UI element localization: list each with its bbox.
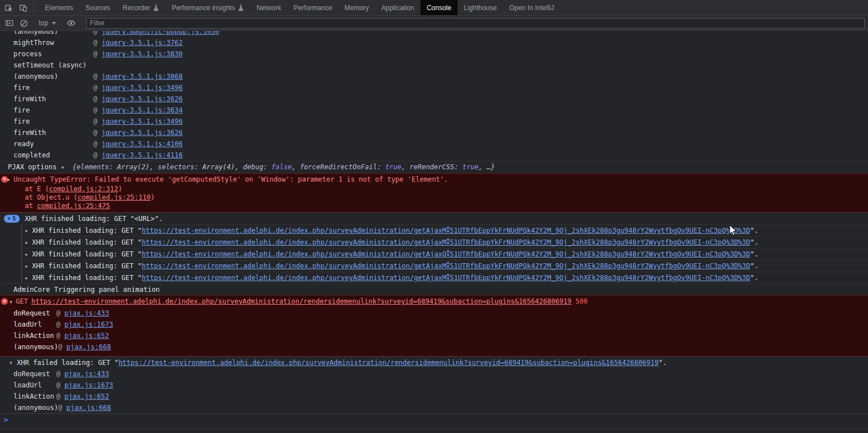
stack-frame-function: (anonymous) bbox=[13, 341, 58, 353]
preview-token: debug bbox=[243, 163, 263, 171]
source-link[interactable]: pjax.js:668 bbox=[66, 404, 111, 412]
source-link[interactable]: jquery-3.5.1.js:3830 bbox=[101, 50, 183, 58]
console-filter-input[interactable] bbox=[86, 18, 865, 29]
xhr-url-link[interactable]: https://test-environment.adelphi.de/inde… bbox=[142, 238, 750, 246]
log-text: XHR finished loading: GET " bbox=[32, 250, 142, 258]
source-link[interactable]: pjax.js:668 bbox=[66, 343, 111, 351]
console-error-get-500: ▼ GEThttps://test-environment.adelphi.de… bbox=[0, 295, 868, 357]
devtools-tab[interactable]: Performance bbox=[287, 0, 338, 15]
tab-label: Recorder bbox=[123, 4, 150, 12]
devtools-tab[interactable]: Elements bbox=[39, 0, 79, 15]
stack-frame: setTimeout (async) bbox=[0, 60, 868, 71]
expand-icon[interactable]: ▶ bbox=[25, 249, 28, 260]
source-link[interactable]: pjax.js:652 bbox=[64, 332, 108, 340]
stack-frame-location: @ jquery-3.5.1.js:3762 bbox=[93, 39, 183, 47]
console-sidebar-toggle-button[interactable] bbox=[2, 16, 16, 30]
eye-icon bbox=[66, 19, 76, 27]
tab-label: Console bbox=[427, 4, 451, 12]
expand-icon[interactable]: ▶ bbox=[25, 237, 28, 249]
request-url-link[interactable]: https://test-environment.adelphi.de/inde… bbox=[31, 297, 572, 305]
stack-frame: (anonymous)@ jquery.magnific-popup.js:10… bbox=[0, 31, 868, 37]
preview-token: , …} bbox=[478, 163, 495, 171]
devtools-tab[interactable]: Recorder bbox=[116, 0, 165, 15]
frame-text: ) bbox=[118, 185, 122, 193]
log-text: ". bbox=[751, 274, 758, 282]
at-symbol: @ bbox=[56, 309, 60, 317]
preview-token: reRenderCSS bbox=[409, 163, 454, 171]
at-symbol: @ bbox=[58, 343, 62, 351]
source-link[interactable]: jquery-3.5.1.js:3634 bbox=[101, 106, 183, 114]
devtools-tab[interactable]: Sources bbox=[79, 0, 116, 15]
source-link[interactable]: pjax.js:433 bbox=[64, 309, 108, 317]
stack-frame: fire@ jquery-3.5.1.js:3496 bbox=[0, 82, 868, 93]
object-preview: {elements: Array(2), selectors: Array(4)… bbox=[69, 163, 495, 171]
source-link[interactable]: jquery-3.5.1.js:3626 bbox=[101, 129, 183, 137]
stack-frame-location: @ jquery-3.5.1.js:3634 bbox=[93, 106, 183, 114]
inspect-element-button[interactable] bbox=[1, 1, 16, 15]
collapse-icon[interactable]: ▼ bbox=[10, 358, 12, 369]
preview-token: : bbox=[109, 163, 117, 171]
source-link[interactable]: jquery-3.5.1.js:3762 bbox=[101, 39, 183, 47]
stack-frame-function: completed bbox=[13, 150, 93, 161]
preview-token: , bbox=[292, 163, 300, 171]
log-text: PJAX options bbox=[8, 163, 57, 171]
stack-frame-location: @ jquery-3.5.1.js:3626 bbox=[93, 129, 183, 137]
expand-icon[interactable]: ▶ bbox=[62, 162, 65, 173]
xhr-url-link[interactable]: https://test-environment.adelphi.de/inde… bbox=[142, 250, 750, 258]
http-method: GET bbox=[16, 297, 28, 305]
log-text: ". bbox=[659, 359, 667, 367]
log-text: AdminCore Triggering panel animation bbox=[13, 286, 160, 294]
log-text: ". bbox=[751, 250, 758, 258]
source-link[interactable]: pjax.js:1673 bbox=[64, 321, 113, 328]
device-toolbar-icon bbox=[19, 4, 28, 12]
stack-frame-function: setTimeout (async) bbox=[13, 60, 93, 71]
group-count-badge[interactable]: ▼ 5 bbox=[4, 215, 20, 223]
tab-label: Sources bbox=[85, 4, 110, 12]
clear-console-button[interactable] bbox=[16, 16, 31, 30]
source-link[interactable]: pjax.js:652 bbox=[64, 393, 108, 400]
source-link[interactable]: jquery-3.5.1.js:3868 bbox=[101, 73, 183, 80]
expand-icon[interactable]: ▶ bbox=[25, 261, 28, 272]
expand-icon[interactable]: ▶ bbox=[25, 225, 28, 237]
devtools-tab[interactable]: Open In IntelliJ bbox=[503, 0, 560, 15]
group-header-text: XHR finished loading: GET "<URL>". bbox=[25, 215, 163, 223]
expand-icon[interactable]: ▶ bbox=[25, 273, 28, 284]
collapse-icon[interactable]: ▼ bbox=[10, 296, 12, 308]
source-link[interactable]: jquery-3.5.1.js:3496 bbox=[101, 118, 183, 125]
source-link[interactable]: compiled.js:25:475 bbox=[37, 202, 110, 210]
console-message-xhr-finished: ▶XHR finished loading: GET "https://test… bbox=[22, 224, 868, 236]
error-stack: doRequest@ pjax.js:433 loadUrl@ pjax.js:… bbox=[0, 308, 868, 353]
log-text: XHR finished loading: GET " bbox=[32, 238, 142, 246]
source-link[interactable]: jquery-3.5.1.js:4116 bbox=[101, 151, 183, 159]
stack-frame: fire@ jquery-3.5.1.js:3634 bbox=[0, 105, 868, 116]
source-link[interactable]: compiled.js:25:110 bbox=[78, 193, 151, 201]
console-message-xhr-finished: ▶XHR finished loading: GET "https://test… bbox=[22, 272, 868, 283]
execution-context-label: top bbox=[39, 19, 48, 27]
source-link[interactable]: jquery-3.5.1.js:3496 bbox=[101, 84, 183, 92]
console-prompt[interactable]: > bbox=[0, 413, 868, 430]
request-url-link[interactable]: https://test-environment.adelphi.de/inde… bbox=[119, 359, 659, 367]
devtools-tab[interactable]: Console bbox=[421, 0, 458, 15]
xhr-url-link[interactable]: https://test-environment.adelphi.de/inde… bbox=[142, 274, 750, 282]
source-link[interactable]: compiled.js:2:312 bbox=[49, 185, 118, 193]
source-link[interactable]: jquery-3.5.1.js:3626 bbox=[101, 95, 183, 103]
stack-frame-function: loadUrl bbox=[13, 380, 56, 391]
expand-icon[interactable]: ▶ bbox=[7, 174, 10, 186]
source-link[interactable]: pjax.js:1673 bbox=[64, 381, 113, 389]
device-toolbar-button[interactable] bbox=[16, 1, 30, 15]
devtools-tab[interactable]: Application bbox=[375, 0, 421, 15]
source-link[interactable]: jquery.magnific-popup.js:1050 bbox=[101, 31, 219, 35]
create-live-expression-button[interactable] bbox=[64, 16, 79, 30]
xhr-url-link[interactable]: https://test-environment.adelphi.de/inde… bbox=[142, 262, 750, 270]
preview-token: , bbox=[235, 163, 243, 171]
devtools-tab[interactable]: Lighthouse bbox=[458, 0, 503, 15]
xhr-url-link[interactable]: https://test-environment.adelphi.de/inde… bbox=[142, 227, 750, 234]
devtools-tab[interactable]: Performance insights bbox=[165, 0, 250, 15]
devtools-tab[interactable]: Memory bbox=[338, 0, 375, 15]
message-stack: doRequest@ pjax.js:433 loadUrl@ pjax.js:… bbox=[0, 368, 868, 413]
devtools-tab[interactable]: Network bbox=[250, 0, 287, 15]
execution-context-selector[interactable]: top bbox=[35, 19, 60, 27]
source-link[interactable]: jquery-3.5.1.js:4106 bbox=[101, 140, 183, 148]
at-symbol: @ bbox=[56, 370, 60, 378]
source-link[interactable]: pjax.js:433 bbox=[64, 370, 108, 378]
